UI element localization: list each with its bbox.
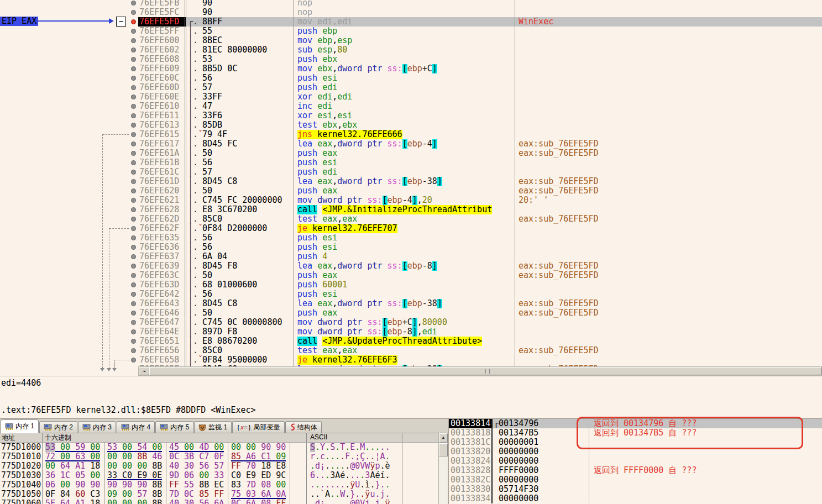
tab-memory[interactable]: 内存 2 [39, 421, 77, 433]
stack-row[interactable]: 00133830 05714F30 [449, 485, 822, 494]
disasm-horizontal-scrollbar[interactable]: ◄ [138, 366, 822, 376]
breakpoint-dot[interactable] [130, 224, 138, 233]
breakpoint-dot[interactable] [130, 55, 138, 64]
breakpoint-dot[interactable] [130, 186, 138, 196]
breakpoint-dot[interactable] [130, 139, 138, 149]
breakpoint-dot[interactable] [130, 8, 138, 17]
disasm-row[interactable]: 76EFE635│.56push esi [130, 233, 822, 243]
disasm-row[interactable]: 76EFE611│.33F6xor esi,esi [130, 111, 822, 120]
dump-row[interactable]: 775D10500F 84 60 C309 00 57 8B7D 0C 85 F… [0, 490, 448, 499]
disasm-row[interactable]: 76EFE5FD┌.8BFFmov edi,ediWinExec [130, 17, 822, 27]
stack-row[interactable]: 00133820 00000000 [449, 447, 822, 456]
breakpoint-dot[interactable] [130, 261, 138, 271]
breakpoint-dot[interactable] [130, 120, 138, 130]
disasm-row[interactable]: 76EFE642│.56push esi [130, 290, 822, 299]
disasm-row[interactable]: 76EFE615│.ˇ79 4Fjns kernel32.76EFE666 [130, 130, 822, 139]
disasm-row[interactable]: 76EFE61B│.56push esi [130, 158, 822, 167]
breakpoint-dot[interactable] [130, 17, 138, 27]
breakpoint-dot[interactable] [130, 346, 138, 355]
disasm-row[interactable]: 76EFE62F│.ˇ0F84 D2000000je kernel32.76EF… [130, 224, 822, 233]
scroll-up-button[interactable]: ▲ [439, 433, 448, 443]
disasm-row[interactable]: 76EFE637│.6A 04push 4 [130, 252, 822, 261]
stack-row[interactable]: 0013382C 00000000 [449, 475, 822, 485]
disasm-row[interactable]: 76EFE628│.E8 3C670200call <JMP.&Initiali… [130, 205, 822, 214]
breakpoint-dot[interactable] [130, 214, 138, 224]
disasm-row[interactable]: 76EFE620│.50push eaxeax:sub_76EFE5FD [130, 186, 822, 196]
stack-row[interactable]: 00133818 001347B5返回到 001347B5 自 ??? [449, 428, 822, 438]
breakpoint-dot[interactable] [130, 233, 138, 243]
tab-memory[interactable]: 内存 5 [155, 421, 193, 433]
tab-memory-active[interactable]: 内存 1 [1, 419, 39, 433]
disasm-row[interactable]: 76EFE61D│.8D45 C8lea eax,dword ptr ss:[e… [130, 177, 822, 186]
disasm-row[interactable]: 76EFE647│.C745 0C 00000800mov dword ptr … [130, 318, 822, 327]
disasm-row[interactable]: 76EFE63D│.68 01000600push 60001 [130, 280, 822, 290]
function-collapse-toggle[interactable]: − [116, 17, 126, 27]
disasm-row[interactable]: 76EFE5FB90nop [130, 0, 822, 8]
breakpoint-dot[interactable] [130, 337, 138, 346]
disasm-row[interactable]: 76EFE61A│.50push eaxeax:sub_76EFE5FD [130, 149, 822, 158]
tab-watch[interactable]: 监视 1 [194, 421, 232, 433]
breakpoint-dot[interactable] [130, 243, 138, 252]
breakpoint-dot[interactable] [130, 64, 138, 74]
breakpoint-dot[interactable] [130, 130, 138, 139]
disasm-row[interactable]: 76EFE609│.8B5D 0Cmov ebx,dword ptr ss:[e… [130, 64, 822, 74]
disasm-row[interactable]: 76EFE5FC90nop [130, 8, 822, 17]
tab-memory[interactable]: 内存 3 [78, 421, 116, 433]
breakpoint-dot[interactable] [130, 27, 138, 36]
dump-row[interactable]: 775D101072 00 63 0000 00 8B 460C 3B C7 0… [0, 452, 448, 461]
disasm-row[interactable]: 76EFE643│.8D45 C8lea eax,dword ptr ss:[e… [130, 299, 822, 308]
disasm-row[interactable]: 76EFE63C│.50push eaxeax:sub_76EFE5FD [130, 271, 822, 280]
dump-row[interactable]: 775D103036 1C 05 0033 C0 E9 0E9D 06 00 3… [0, 471, 448, 480]
stack-row[interactable]: 00133828 FFFF0000返回到 FFFF0000 自 ??? [449, 466, 822, 475]
disasm-row[interactable]: 76EFE5FF│.55push ebp [130, 27, 822, 36]
breakpoint-dot[interactable] [130, 149, 138, 158]
disasm-row[interactable]: 76EFE613│.85DBtest ebx,ebx [130, 120, 822, 130]
disasm-row[interactable]: 76EFE617│.8D45 FClea eax,dword ptr ss:[e… [130, 139, 822, 149]
breakpoint-dot[interactable] [130, 167, 138, 177]
dump-row[interactable]: 775D104006 00 90 9090 90 90 8BFF 55 8B E… [0, 480, 448, 490]
dump-vertical-scrollbar[interactable]: ▲ [438, 433, 448, 504]
tab-memory[interactable]: 内存 4 [117, 421, 155, 433]
disasm-row[interactable]: 76EFE646│.50push eaxeax:sub_76EFE5FD [130, 308, 822, 318]
disasm-row[interactable]: 76EFE636│.56push esi [130, 243, 822, 252]
breakpoint-dot[interactable] [130, 177, 138, 186]
tab-struct[interactable]: 结构体 [285, 421, 322, 433]
disasm-row[interactable]: 76EFE608│.53push ebx [130, 55, 822, 64]
disasm-row[interactable]: 76EFE62D│.85C0test eax,eaxeax:sub_76EFE5… [130, 214, 822, 224]
breakpoint-dot[interactable] [130, 308, 138, 318]
disasm-row[interactable]: 76EFE602│.81EC 80000000sub esp,80 [130, 45, 822, 55]
breakpoint-dot[interactable] [130, 36, 138, 45]
disasm-row[interactable]: 76EFE60E│.33FFxor edi,edi [130, 92, 822, 102]
breakpoint-dot[interactable] [130, 299, 138, 308]
disasm-row[interactable]: 76EFE60D│.57push edi [130, 83, 822, 92]
breakpoint-dot[interactable] [130, 196, 138, 205]
breakpoint-dot[interactable] [130, 205, 138, 214]
breakpoint-dot[interactable] [130, 74, 138, 83]
dump-row[interactable]: 775D100053 00 59 0053 00 54 0045 00 4D 0… [0, 443, 448, 452]
breakpoint-dot[interactable] [130, 252, 138, 261]
disasm-row[interactable]: 76EFE60C│.56push esi [130, 74, 822, 83]
stack-row[interactable]: 0013381C 00000001 [449, 438, 822, 447]
disasm-row[interactable]: 76EFE610│.47inc edi [130, 102, 822, 111]
breakpoint-dot[interactable] [130, 45, 138, 55]
dump-row[interactable]: 775D10605F 64 A1 1800 00 00 8B40 30 56 6… [0, 499, 448, 504]
disasm-row[interactable]: 76EFE621│.C745 FC 20000000mov dword ptr … [130, 196, 822, 205]
stack-row[interactable]: 00133824 00000000 [449, 456, 822, 466]
breakpoint-dot[interactable] [130, 271, 138, 280]
disasm-row[interactable]: 76EFE61C│.57push edi [130, 167, 822, 177]
breakpoint-dot[interactable] [130, 318, 138, 327]
breakpoint-dot[interactable] [130, 355, 138, 365]
breakpoint-dot[interactable] [130, 92, 138, 102]
breakpoint-dot[interactable] [130, 0, 138, 8]
scrollbar-thumb[interactable] [149, 367, 821, 375]
scrollbar-thumb[interactable] [439, 443, 448, 456]
breakpoint-dot[interactable] [130, 102, 138, 111]
tab-locals[interactable]: [x=]局部变量 [232, 421, 285, 433]
dump-row[interactable]: 775D102000 64 A1 1800 00 00 8B40 30 56 5… [0, 461, 448, 471]
stack-row[interactable]: 00133814┌00134796返回到 00134796 自 ??? [449, 419, 822, 428]
breakpoint-dot[interactable] [130, 158, 138, 167]
breakpoint-dot[interactable] [130, 290, 138, 299]
disasm-row[interactable]: 76EFE656│.85C0test eax,eaxeax:sub_76EFE5… [130, 346, 822, 355]
disasm-row[interactable]: 76EFE658│.ˇ0F84 95000000je kernel32.76EF… [130, 355, 822, 365]
scroll-left-button[interactable]: ◄ [139, 367, 149, 375]
